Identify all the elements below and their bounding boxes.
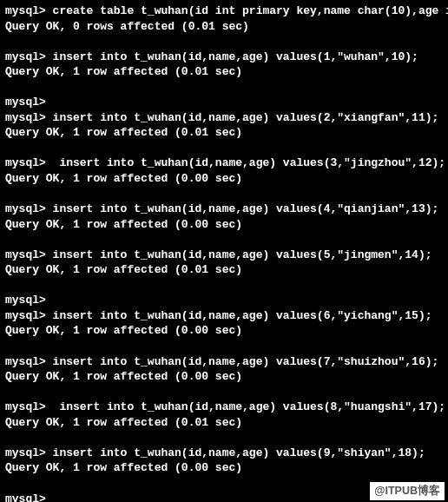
blank-line <box>5 80 443 96</box>
blank-line <box>5 141 443 156</box>
empty-prompt: mysql> <box>5 293 443 308</box>
query-result: Query OK, 1 row affected (0.00 sec) <box>5 217 443 233</box>
blank-line <box>5 430 443 446</box>
insert-command: mysql> insert into t_wuhan(id,name,age) … <box>5 308 443 324</box>
insert-command: mysql> insert into t_wuhan(id,name,age) … <box>5 400 443 415</box>
create-command: mysql> create table t_wuhan(id int prima… <box>5 3 443 19</box>
query-result: Query OK, 1 row affected (0.01 sec) <box>5 262 443 278</box>
query-result: Query OK, 1 row affected (0.00 sec) <box>5 171 443 187</box>
query-result: Query OK, 1 row affected (0.00 sec) <box>5 460 443 476</box>
insert-command: mysql> insert into t_wuhan(id,name,age) … <box>5 110 443 126</box>
query-result: Query OK, 1 row affected (0.01 sec) <box>5 125 443 141</box>
insert-command: mysql> insert into t_wuhan(id,name,age) … <box>5 155 443 171</box>
insert-command: mysql> insert into t_wuhan(id,name,age) … <box>5 248 443 263</box>
query-result: Query OK, 1 row affected (0.01 sec) <box>5 415 443 431</box>
blank-line <box>5 232 443 248</box>
terminal-output: mysql> create table t_wuhan(id int prima… <box>5 3 443 502</box>
query-result: Query OK, 0 rows affected (0.01 sec) <box>5 19 443 35</box>
query-result: Query OK, 1 row affected (0.00 sec) <box>5 369 443 385</box>
blank-line <box>5 187 443 202</box>
blank-line <box>5 385 443 400</box>
query-result: Query OK, 1 row affected (0.00 sec) <box>5 323 443 339</box>
blank-line <box>5 339 443 354</box>
insert-command: mysql> insert into t_wuhan(id,name,age) … <box>5 201 443 217</box>
insert-command: mysql> insert into t_wuhan(id,name,age) … <box>5 446 443 461</box>
insert-command: mysql> insert into t_wuhan(id,name,age) … <box>5 354 443 370</box>
insert-command: mysql> insert into t_wuhan(id,name,age) … <box>5 50 443 65</box>
empty-prompt: mysql> <box>5 95 443 110</box>
blank-line <box>5 278 443 294</box>
query-result: Query OK, 1 row affected (0.01 sec) <box>5 64 443 80</box>
blank-line <box>5 34 443 50</box>
watermark: @ITPUB博客 <box>370 482 445 500</box>
